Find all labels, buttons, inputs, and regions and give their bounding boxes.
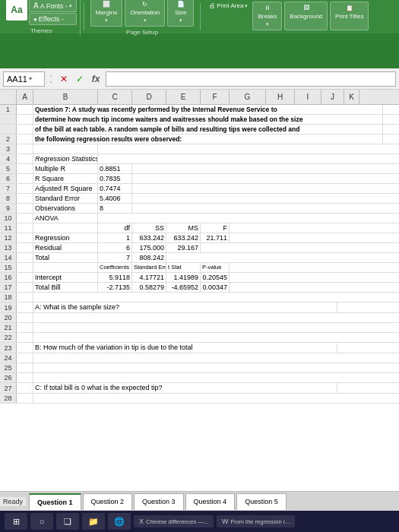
cell-26a[interactable] [17,373,33,382]
cell-2b[interactable]: the following regression results were ob… [33,135,383,144]
orientation-button[interactable]: ↻ Orientation ▾ [125,0,165,27]
cell-5a[interactable] [17,164,33,173]
cell-11b[interactable] [33,223,98,233]
cell-13e[interactable]: 29.167 [166,243,201,252]
tab-question2[interactable]: Question 2 [83,493,133,510]
cell-12e[interactable]: 633.242 [166,233,201,242]
cell-7b[interactable]: Adjusted R Square [33,184,98,193]
cell-3b[interactable] [33,144,98,154]
confirm-formula-icon[interactable]: ✓ [73,72,87,86]
cell-13d[interactable]: 175.000 [132,243,166,252]
cell-12b[interactable]: Regression [33,233,98,242]
cell-27a[interactable] [17,383,33,393]
excel-taskbar-button[interactable]: X Chinese differences —... [134,515,214,527]
cell-19b[interactable]: A: What is the sample size? [33,302,337,312]
cell-1a[interactable] [17,105,33,114]
effects-button[interactable]: ● Effects - [29,13,77,25]
cell-1bb[interactable]: determine how much tip income waiters an… [33,115,383,124]
cell-reference-box[interactable]: AA11 ▾ [3,71,45,87]
tab-question1[interactable]: Question 1 [29,493,81,510]
cell-8b[interactable]: Standard Error [33,194,98,203]
cell-19a[interactable] [17,302,33,312]
cell-4a[interactable] [17,154,33,163]
tab-question4[interactable]: Question 4 [185,493,236,510]
cell-11d[interactable]: SS [132,223,166,233]
cell-16b[interactable]: Intercept [33,273,98,282]
browser-button[interactable]: 🌐 [108,513,131,530]
cell-6b[interactable]: R Square [33,174,98,183]
tab-question3[interactable]: Question 3 [134,493,184,510]
cell-7c[interactable]: 0.7474 [98,184,132,193]
cell-8a[interactable] [17,194,33,203]
fonts-button[interactable]: A A Fonts - ▾ [29,0,77,12]
cell-27b[interactable]: C: If total bill is 0 what is the expect… [33,383,337,393]
cell-15b[interactable] [33,263,98,272]
cell-5c[interactable]: 0.8851 [98,164,132,173]
cell-6a[interactable] [17,174,33,183]
fx-icon[interactable]: fx [89,72,103,86]
cell-23a[interactable] [17,343,33,353]
cell-5b[interactable]: Multiple R [33,164,98,173]
cell-13b[interactable]: Residual [33,243,98,252]
background-button[interactable]: 🖼 Background [284,2,328,30]
cell-22a[interactable] [17,333,33,342]
cell-14d[interactable]: 808.242 [132,253,166,262]
tab-question5[interactable]: Question 5 [236,493,287,510]
cell-10b[interactable]: ANOVA [33,214,98,223]
cell-17e[interactable]: -4.65952 [166,283,201,292]
cell-14b[interactable]: Total [33,253,98,262]
cell-3a[interactable] [17,144,33,154]
cancel-formula-icon[interactable]: ✕ [57,72,71,86]
cell-13c[interactable]: 6 [98,243,132,252]
cell-15c[interactable]: Coefficients [98,263,132,272]
cell-9c[interactable]: 8 [98,204,132,213]
cell-9a[interactable] [17,204,33,213]
cell-10a[interactable] [17,214,33,223]
cell-16e[interactable]: 1.41989 [166,273,201,282]
cell-12f[interactable]: 21.711 [201,233,230,242]
cell-16a[interactable] [17,273,33,282]
cell-21a[interactable] [17,323,33,332]
cell-14a[interactable] [17,253,33,262]
cell-12d[interactable]: 633.242 [132,233,166,242]
cell-2a[interactable] [17,135,33,144]
file-manager-button[interactable]: 📁 [82,513,105,530]
cell-18a[interactable] [17,293,33,302]
cell-6c[interactable]: 0.7835 [98,174,132,183]
cell-16c[interactable]: 5.9118 [98,273,132,282]
cell-23b[interactable]: B: How much of the variation in tip is d… [33,343,337,353]
formula-input[interactable] [106,71,396,87]
cell-7a[interactable] [17,184,33,193]
cell-15e[interactable]: t Stat [166,263,201,272]
cell-4b[interactable]: Regression Statistics [33,154,98,163]
cell-8c[interactable]: 5.4006 [98,194,132,203]
margins-button[interactable]: ⬜ Margins ▾ [90,0,122,27]
search-button[interactable]: ○ [30,513,53,530]
size-button[interactable]: 📄 Size ▾ [167,0,194,27]
cell-16d[interactable]: 4.17721 [132,273,166,282]
cell-17c[interactable]: -2.7135 [98,283,132,292]
cell-11e[interactable]: MS [166,223,201,233]
cell-17d[interactable]: 0.58279 [132,283,166,292]
cell-1cb[interactable]: of the bill at each table. A random samp… [33,125,383,134]
cell-25a[interactable] [17,363,33,372]
cell-17f[interactable]: 0.00347 [201,283,230,292]
cell-1ba[interactable] [17,115,33,124]
cell-11c[interactable]: df [98,223,132,233]
cell-15f[interactable]: P-value [201,263,230,272]
cell-17b[interactable]: Total Bill [33,283,98,292]
cell-15a[interactable] [17,263,33,272]
cell-17a[interactable] [17,283,33,292]
taskview-button[interactable]: ❑ [56,513,79,530]
cell-13a[interactable] [17,243,33,252]
cell-12c[interactable]: 1 [98,233,132,242]
breaks-button[interactable]: ⫼ Breaks ▾ [252,2,282,30]
cell-12a[interactable] [17,233,33,242]
cell-24a[interactable] [17,353,33,363]
start-button[interactable]: ⊞ [5,513,27,530]
cell-28a[interactable] [17,394,33,403]
cell-1b[interactable]: Question 7: A study was recently perform… [33,105,383,114]
cell-14c[interactable]: 7 [98,253,132,262]
cell-16f[interactable]: 0.20545 [201,273,230,282]
word-taskbar-button[interactable]: W From the regression r... [217,515,295,527]
